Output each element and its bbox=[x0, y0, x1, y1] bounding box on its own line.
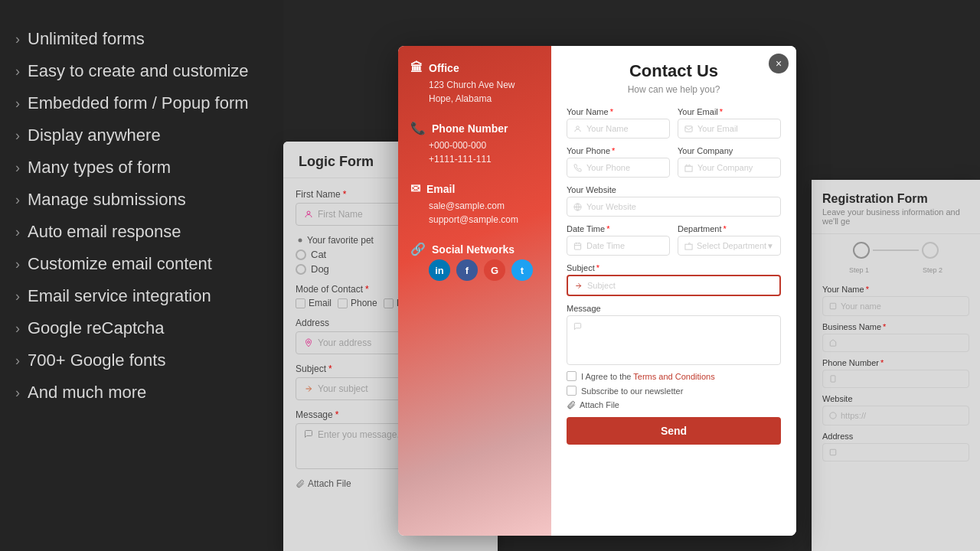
svg-rect-5 bbox=[685, 166, 692, 171]
agree-label: I Agree to the Terms and Conditions bbox=[581, 372, 715, 381]
svg-rect-8 bbox=[685, 244, 692, 249]
contact-left-panel: 🏛 Office 123 Church Ave NewHope, Alabama… bbox=[398, 46, 551, 536]
svg-point-2 bbox=[308, 341, 310, 344]
email-title: Email bbox=[426, 183, 455, 195]
feature-item: ›Manage submissions bbox=[15, 184, 268, 216]
registration-form-panel: Registration Form Leave your business in… bbox=[812, 180, 980, 551]
feature-label: And much more bbox=[28, 383, 146, 403]
feature-label: 700+ Google fonts bbox=[28, 350, 165, 370]
linkedin-button[interactable]: in bbox=[429, 259, 450, 281]
feature-label: Many types of form bbox=[28, 158, 171, 178]
feature-label: Manage submissions bbox=[28, 190, 186, 210]
svg-point-0 bbox=[307, 211, 310, 214]
step1-label: Step 1 bbox=[849, 266, 869, 274]
your-name-input[interactable]: Your Name bbox=[567, 119, 670, 139]
facebook-button[interactable]: f bbox=[456, 259, 478, 281]
svg-point-3 bbox=[577, 126, 580, 129]
feature-item: ›Display anywhere bbox=[15, 119, 268, 152]
feature-label: Customize email content bbox=[28, 254, 212, 274]
chevron-icon: › bbox=[15, 321, 20, 337]
feature-label: Google reCaptcha bbox=[28, 318, 165, 338]
step2-circle bbox=[922, 242, 939, 259]
email-addresses: sale@sample.comsupport@sample.com bbox=[429, 199, 539, 227]
svg-rect-9 bbox=[830, 303, 836, 309]
contact-modal: × 🏛 Office 123 Church Ave NewHope, Alaba… bbox=[398, 46, 796, 536]
chevron-icon: › bbox=[15, 224, 20, 240]
svg-rect-7 bbox=[574, 243, 580, 249]
social-title: Social Networks bbox=[432, 243, 514, 256]
phone-numbers: +000-000-000+1111-111-111 bbox=[429, 139, 539, 166]
twitter-button[interactable]: t bbox=[511, 259, 533, 281]
feature-item: ›Easy to create and customize bbox=[15, 55, 268, 87]
chevron-icon: › bbox=[15, 128, 20, 144]
feature-list-panel: ›Unlimited forms›Easy to create and cust… bbox=[0, 0, 283, 551]
feature-item: ›Customize email content bbox=[15, 248, 268, 280]
google-button[interactable]: G bbox=[484, 259, 505, 281]
chevron-icon: › bbox=[15, 289, 20, 305]
feature-label: Email service integration bbox=[28, 286, 211, 306]
message-textarea[interactable] bbox=[567, 315, 781, 365]
reg-form-title: Registration Form bbox=[822, 192, 969, 206]
your-phone-input[interactable]: Your Phone bbox=[567, 158, 670, 178]
phone-title: Phone Number bbox=[432, 122, 508, 135]
your-email-input[interactable]: Your Email bbox=[678, 119, 781, 139]
feature-label: Embedded form / Popup form bbox=[28, 93, 249, 113]
feature-item: ›Unlimited forms bbox=[15, 23, 268, 55]
chevron-icon: › bbox=[15, 353, 20, 369]
svg-rect-4 bbox=[685, 126, 692, 131]
reg-form-subtitle: Leave your business information and we'l… bbox=[822, 207, 969, 226]
feature-item: ›Google reCaptcha bbox=[15, 312, 268, 344]
feature-item: ›Embedded form / Popup form bbox=[15, 87, 268, 119]
newsletter-label: Subscribe to our newsletter bbox=[581, 386, 683, 396]
feature-item: ›700+ Google fonts bbox=[15, 344, 268, 377]
contact-title: Contact Us bbox=[567, 61, 781, 81]
chevron-icon: › bbox=[15, 96, 20, 112]
svg-point-1 bbox=[299, 239, 302, 243]
feature-label: Auto email response bbox=[28, 222, 181, 242]
your-company-input[interactable]: Your Company bbox=[678, 158, 781, 178]
attach-file-row[interactable]: Attach File bbox=[567, 400, 781, 409]
chevron-icon: › bbox=[15, 256, 20, 272]
reg-website-input[interactable]: https:// bbox=[822, 406, 969, 425]
close-button[interactable]: × bbox=[769, 54, 789, 73]
feature-label: Display anywhere bbox=[28, 126, 161, 145]
office-address: 123 Church Ave NewHope, Alabama bbox=[429, 78, 539, 106]
reg-name-input[interactable]: Your name bbox=[822, 296, 969, 316]
step1-circle bbox=[853, 242, 870, 259]
reg-phone-input[interactable] bbox=[822, 370, 969, 388]
contact-subtitle: How can we help you? bbox=[567, 84, 781, 95]
chevron-icon: › bbox=[15, 31, 20, 47]
reg-business-input[interactable] bbox=[822, 334, 969, 352]
department-select[interactable]: Select Department ▼ bbox=[678, 236, 781, 256]
svg-rect-12 bbox=[830, 449, 836, 455]
agree-checkbox[interactable] bbox=[567, 371, 577, 381]
step2-label: Step 2 bbox=[923, 266, 942, 274]
feature-label: Unlimited forms bbox=[28, 29, 145, 49]
reg-address-input[interactable] bbox=[822, 443, 969, 461]
subject-input[interactable]: Subject bbox=[567, 275, 781, 296]
feature-label: Easy to create and customize bbox=[28, 61, 249, 81]
terms-link[interactable]: Terms and Conditions bbox=[633, 372, 714, 381]
feature-item: ›Auto email response bbox=[15, 216, 268, 248]
chevron-icon: › bbox=[15, 192, 20, 208]
feature-item: ›Many types of form bbox=[15, 152, 268, 184]
send-button[interactable]: Send bbox=[567, 417, 781, 445]
office-title: Office bbox=[429, 62, 459, 74]
svg-point-11 bbox=[830, 412, 836, 419]
your-website-input[interactable]: Your Website bbox=[567, 197, 781, 217]
chevron-icon: › bbox=[15, 385, 20, 401]
contact-form: Contact Us How can we help you? Your Nam… bbox=[551, 46, 796, 536]
feature-item: ›And much more bbox=[15, 377, 268, 409]
feature-item: ›Email service integration bbox=[15, 280, 268, 312]
svg-rect-10 bbox=[831, 376, 835, 382]
chevron-icon: › bbox=[15, 160, 20, 176]
newsletter-checkbox[interactable] bbox=[567, 386, 577, 396]
date-time-input[interactable]: Date Time bbox=[567, 236, 670, 256]
chevron-icon: › bbox=[15, 64, 20, 80]
